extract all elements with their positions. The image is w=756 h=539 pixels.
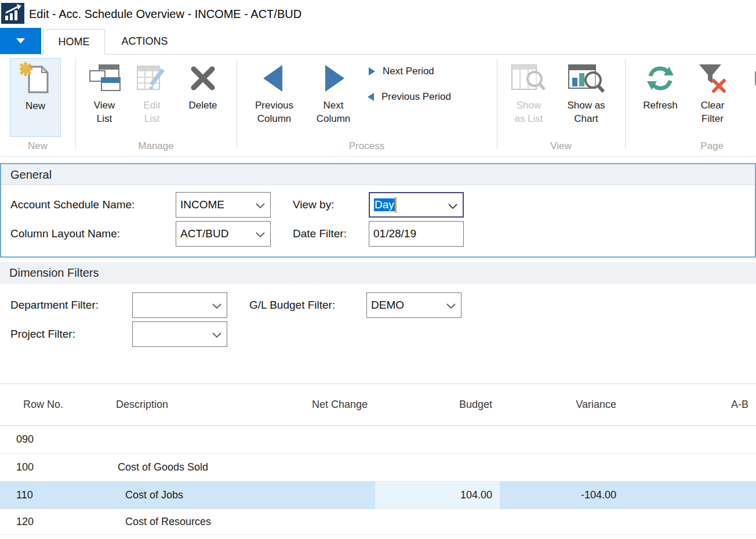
cell-variance[interactable]: -104.00 xyxy=(500,482,624,509)
show-as-chart-button[interactable]: Show as Chart xyxy=(557,58,616,137)
view-by-label: View by: xyxy=(293,192,334,218)
group-separator xyxy=(497,59,497,149)
chevron-down-icon[interactable] xyxy=(446,303,456,309)
view-list-button[interactable]: View List xyxy=(81,58,128,137)
account-schedule-name-combo[interactable]: INCOME xyxy=(176,192,271,218)
new-document-icon xyxy=(20,59,51,99)
group-separator xyxy=(625,59,626,149)
refresh-icon xyxy=(645,58,676,99)
department-filter-label: Department Filter: xyxy=(10,292,99,318)
next-period-button[interactable]: Next Period xyxy=(368,63,434,80)
chevron-down-icon[interactable] xyxy=(212,332,221,338)
column-header-variance[interactable]: Variance xyxy=(500,384,624,425)
column-header-net-change[interactable]: Net Change xyxy=(290,384,375,425)
account-schedule-name-label: Account Schedule Name: xyxy=(10,192,135,218)
group-separator xyxy=(237,59,237,149)
project-filter-combo[interactable] xyxy=(132,321,227,347)
cell-a-b[interactable] xyxy=(624,454,756,481)
find-button-partial[interactable]: F xyxy=(743,58,756,137)
table-row[interactable]: 120 Cost of Resources xyxy=(0,509,756,535)
column-header-description[interactable]: Description xyxy=(93,384,290,425)
refresh-button[interactable]: Refresh xyxy=(634,58,686,137)
chevron-down-icon[interactable] xyxy=(256,203,265,208)
table-header-row: Row No. Description Net Change Budget Va… xyxy=(0,384,756,426)
cell-row-no[interactable]: 100 xyxy=(0,454,93,481)
chevron-down-icon[interactable] xyxy=(256,232,265,237)
group-label-process: Process xyxy=(237,140,497,153)
tab-actions[interactable]: ACTIONS xyxy=(105,29,184,55)
column-header-row-no[interactable]: Row No. xyxy=(0,384,93,425)
cell-description[interactable]: Cost of Goods Sold xyxy=(93,454,290,481)
text-caret xyxy=(395,197,397,213)
table-row[interactable]: 090 xyxy=(0,426,756,454)
previous-period-button[interactable]: Previous Period xyxy=(366,88,451,106)
clear-filter-button[interactable]: Clear Filter xyxy=(691,58,734,137)
cell-row-no[interactable]: 110 xyxy=(0,482,93,509)
ribbon-tab-strip: HOME ACTIONS xyxy=(0,28,756,54)
account-schedule-name-value: INCOME xyxy=(180,198,224,211)
cell-budget[interactable] xyxy=(375,454,500,481)
cell-budget-focused[interactable]: 104.00 xyxy=(375,482,500,509)
table-row-selected[interactable]: 110 Cost of Jobs 104.00 -104.00 xyxy=(0,482,756,509)
filter-x-icon xyxy=(697,58,728,99)
cell-a-b[interactable] xyxy=(624,426,756,453)
chevron-down-icon[interactable] xyxy=(448,204,457,209)
table-row[interactable]: 100 Cost of Goods Sold xyxy=(0,454,756,482)
next-column-button[interactable]: Next Column xyxy=(306,58,361,137)
edit-table-icon xyxy=(136,58,168,99)
cell-variance[interactable] xyxy=(500,426,624,453)
department-filter-combo[interactable] xyxy=(132,292,227,318)
column-layout-name-value: ACT/BUD xyxy=(180,227,228,240)
date-filter-label: Date Filter: xyxy=(293,221,347,247)
cell-description[interactable]: Cost of Jobs xyxy=(93,482,290,509)
group-separator xyxy=(75,59,76,149)
project-filter-label: Project Filter: xyxy=(10,321,75,347)
triangle-right-icon xyxy=(317,58,350,99)
previous-column-button[interactable]: Previous Column xyxy=(246,58,303,137)
cell-net-change[interactable] xyxy=(290,426,375,453)
cell-variance[interactable] xyxy=(500,454,624,481)
title-bar: Edit - Acc. Schedule Overview - INCOME -… xyxy=(0,0,756,28)
small-triangle-left-icon xyxy=(366,92,375,102)
cell-row-no[interactable]: 120 xyxy=(0,509,93,534)
find-icon xyxy=(754,58,756,99)
general-section-header[interactable]: General xyxy=(1,164,755,185)
chevron-down-icon xyxy=(16,38,25,44)
cell-net-change[interactable] xyxy=(290,454,375,481)
chart-magnifier-icon xyxy=(568,58,605,99)
view-by-combo[interactable]: Day xyxy=(369,192,464,218)
column-header-budget[interactable]: Budget xyxy=(375,384,500,425)
triangle-left-icon xyxy=(258,58,290,99)
table-magnifier-icon xyxy=(511,58,547,99)
app-chart-icon xyxy=(1,3,24,24)
show-as-list-button: Show as List xyxy=(503,58,554,137)
group-label-page: Page xyxy=(625,140,756,153)
cell-a-b[interactable] xyxy=(624,509,756,534)
cell-budget[interactable] xyxy=(375,509,500,534)
date-filter-input[interactable]: 01/28/19 xyxy=(369,221,464,247)
chevron-down-icon[interactable] xyxy=(212,303,221,309)
cell-description[interactable] xyxy=(93,426,290,453)
cell-budget[interactable] xyxy=(375,426,500,453)
column-layout-name-combo[interactable]: ACT/BUD xyxy=(176,221,271,247)
column-header-a-b[interactable]: A-B xyxy=(624,384,756,425)
cell-net-change[interactable] xyxy=(290,509,375,534)
dimension-filters-section-header[interactable]: Dimension Filters xyxy=(0,262,756,284)
gl-budget-filter-value: DEMO xyxy=(371,299,404,312)
delete-button[interactable]: Delete xyxy=(176,58,230,137)
small-triangle-right-icon xyxy=(368,66,376,77)
new-button[interactable]: New xyxy=(10,58,61,137)
cell-description[interactable]: Cost of Resources xyxy=(93,509,290,534)
cell-variance[interactable] xyxy=(500,509,624,534)
group-label-new: New xyxy=(0,140,75,153)
edit-list-button: Edit List xyxy=(131,58,173,137)
ribbon: New New View List xyxy=(0,54,756,157)
cell-net-change[interactable] xyxy=(290,482,375,509)
gl-budget-filter-combo[interactable]: DEMO xyxy=(366,292,461,318)
application-menu-button[interactable] xyxy=(0,28,41,54)
tab-home[interactable]: HOME xyxy=(43,29,105,55)
group-label-view: View xyxy=(497,140,625,153)
cell-a-b[interactable] xyxy=(624,482,756,509)
cell-row-no[interactable]: 090 xyxy=(0,426,93,453)
gl-budget-filter-label: G/L Budget Filter: xyxy=(249,292,335,318)
